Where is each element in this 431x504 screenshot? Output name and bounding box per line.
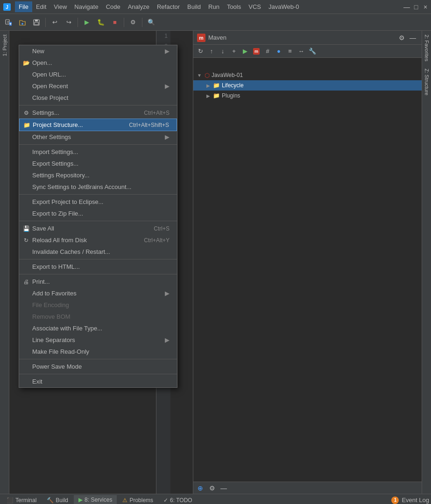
file-menu: New ▶ 📂 Open... Open URL... Open Recent … [19,45,177,388]
maven-refresh-btn[interactable]: ↻ [195,46,205,56]
menu-sep-6 [19,274,177,274]
maven-bottom-minimize-btn[interactable]: — [219,483,229,493]
maven-tree-row-plugins[interactable]: ▶ 📁 Plugins [193,91,422,101]
import-settings-label: Import Settings... [32,148,78,155]
toolbar-stop[interactable]: ■ [108,16,121,29]
menu-item-open-recent[interactable]: Open Recent ▶ [19,80,177,92]
maven-m-btn[interactable]: m [251,46,261,56]
menu-item-export-settings[interactable]: Export Settings... [19,158,177,169]
maven-tree-row-lifecycle[interactable]: ▶ 📁 Lifecycle [193,80,422,91]
menu-item-file-encoding[interactable]: File Encoding [19,299,177,311]
maven-tree-row-10 [193,152,422,162]
menu-edit[interactable]: Edit [32,1,50,12]
menu-item-settings-repo[interactable]: Settings Repository... [19,169,177,181]
menu-item-print[interactable]: 🖨 Print... [19,276,177,287]
menu-item-invalidate-caches[interactable]: Invalidate Caches / Restart... [19,246,177,258]
menu-item-remove-bom[interactable]: Remove BOM [19,311,177,322]
menu-item-open-url[interactable]: Open URL... [19,69,177,80]
plugins-folder-icon: 📁 [213,92,220,99]
tab-problems[interactable]: ⚠ Problems [118,496,158,504]
maven-tree: ▼ ⬡ JavaWeb-01 ▶ 📁 Lifecycle ▶ 📁 Plugins [193,58,422,482]
bottom-panel: ⬛ Terminal 🔨 Build ▶ 8: Services ⚠ Probl… [0,494,431,504]
toolbar-redo[interactable]: ↪ [62,16,75,29]
menu-sep-7 [19,359,177,359]
maven-tree-row-javaweb[interactable]: ▼ ⬡ JavaWeb-01 [193,70,422,80]
menu-javaweb[interactable]: JavaWeb-0 [265,1,303,12]
menu-item-sync-settings[interactable]: Sync Settings to JetBrains Account... [19,181,177,193]
sidebar-tab-favorites[interactable]: 2: Favorites [423,31,431,65]
toolbar-settings[interactable]: ⚙ [127,16,140,29]
sidebar-tab-project[interactable]: 1: Project [0,31,9,60]
maven-run-btn[interactable]: ▶ [240,46,250,56]
menu-item-new[interactable]: New ▶ [19,45,177,57]
menu-build[interactable]: Build [184,1,205,12]
maximize-button[interactable]: □ [412,3,420,11]
maven-minimize-btn[interactable]: — [408,33,418,43]
menu-view[interactable]: View [50,1,71,12]
menu-sep-5 [19,259,177,259]
tab-services[interactable]: ▶ 8: Services [74,495,117,504]
menu-run[interactable]: Run [205,1,223,12]
maven-plugins-label: Plugins [222,92,240,99]
maven-import-btn[interactable]: ↑ [206,46,217,56]
toolbar-undo[interactable]: ↩ [48,16,61,29]
menu-item-other-settings[interactable]: Other Settings ▶ [19,131,177,143]
toolbar-run[interactable]: ▶ [80,16,93,29]
menu-item-reload-disk[interactable]: ↻ Reload All from Disk Ctrl+Alt+Y [19,234,177,246]
tab-terminal[interactable]: ⬛ Terminal [2,496,41,504]
maven-expand-btn[interactable]: ↔ [296,46,306,56]
menu-item-export-zip[interactable]: Export to Zip File... [19,208,177,219]
maven-hash-btn[interactable]: # [262,46,273,56]
tab-todo[interactable]: ✓ 6: TODO [159,496,197,504]
exit-label: Exit [32,378,42,385]
settings-shortcut: Ctrl+Alt+S [130,110,170,116]
menu-analyze[interactable]: Analyze [124,1,153,12]
close-button[interactable]: × [422,3,429,11]
menu-item-settings[interactable]: ⚙ Settings... Ctrl+Alt+S [19,107,177,119]
menu-tools[interactable]: Tools [223,1,245,12]
maven-tree-row-1 [193,60,422,70]
right-sidebar-2: 2: Favorites Z: Structure [422,31,431,494]
menu-item-read-only[interactable]: Make File Read-Only [19,346,177,357]
svg-text:J: J [6,5,8,10]
maven-circle-btn[interactable]: ● [274,46,284,56]
sidebar-tab-structure[interactable]: Z: Structure [423,65,431,99]
export-zip-label: Export to Zip File... [32,210,83,217]
sync-settings-label: Sync Settings to JetBrains Account... [32,183,131,190]
menu-item-close-project[interactable]: Close Project [19,92,177,104]
menu-vcs[interactable]: VCS [245,1,265,12]
maven-menu-btn[interactable]: ≡ [285,46,295,56]
menu-item-associate-file-type[interactable]: Associate with File Type... [19,322,177,334]
maven-settings-btn[interactable]: ⚙ [396,33,407,43]
menu-file[interactable]: File [15,1,32,12]
maven-wrench-btn[interactable]: 🔧 [307,46,318,56]
menu-item-power-save[interactable]: Power Save Mode [19,361,177,372]
menu-refactor[interactable]: Refactor [153,1,184,12]
menu-item-export-html[interactable]: Export to HTML... [19,261,177,273]
menu-item-export-eclipse[interactable]: Export Project to Eclipse... [19,196,177,208]
toolbar-new[interactable] [2,16,15,29]
menu-item-exit[interactable]: Exit [19,376,177,387]
svg-rect-12 [35,22,38,25]
menu-item-save-all[interactable]: 💾 Save All Ctrl+S [19,223,177,234]
menu-item-add-favorites[interactable]: Add to Favorites ▶ [19,287,177,299]
toolbar-save[interactable] [30,16,43,29]
maven-bottom-settings-btn[interactable]: ⚙ [207,483,217,493]
menu-item-import-settings[interactable]: Import Settings... [19,146,177,158]
menu-navigate[interactable]: Navigate [71,1,102,12]
save-all-shortcut: Ctrl+S [140,225,170,232]
minimize-button[interactable]: — [403,3,410,11]
menu-item-project-structure[interactable]: 📁 Project Structure... Ctrl+Alt+Shift+S [19,119,177,131]
toolbar-open-file[interactable] [16,16,29,29]
toolbar-search[interactable]: 🔍 [145,16,158,29]
menu-item-open[interactable]: 📂 Open... [19,57,177,69]
event-log-label[interactable]: Event Log [402,497,429,504]
maven-add-btn[interactable]: + [229,46,239,56]
toolbar-debug[interactable]: 🐛 [94,16,107,29]
menu-code[interactable]: Code [102,1,124,12]
menu-item-line-separators[interactable]: Line Separators ▶ [19,334,177,346]
toolbar-sep-3 [124,18,124,27]
maven-bottom-add-btn[interactable]: ⊕ [195,483,205,493]
maven-download-btn[interactable]: ↓ [218,46,228,56]
tab-build[interactable]: 🔨 Build [42,496,73,504]
